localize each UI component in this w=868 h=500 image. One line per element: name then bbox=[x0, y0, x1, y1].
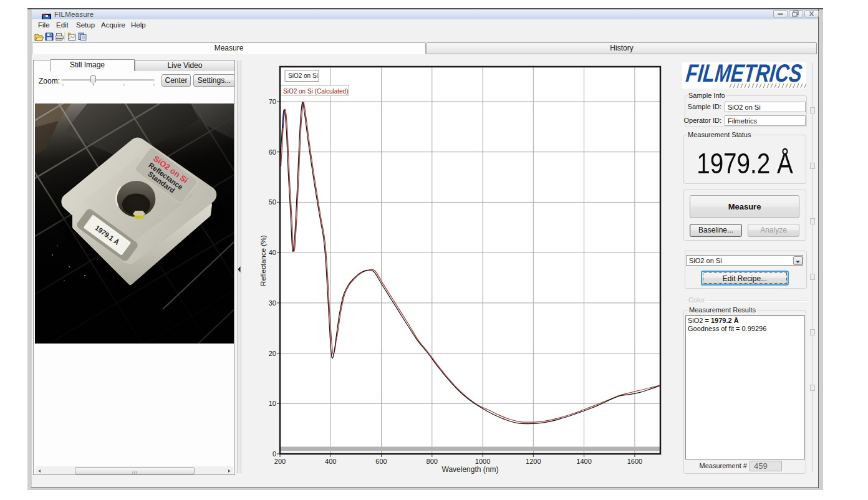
svg-text:1600: 1600 bbox=[627, 458, 642, 465]
svg-text:10: 10 bbox=[269, 400, 276, 407]
svg-text:70: 70 bbox=[269, 98, 276, 105]
svg-text:1400: 1400 bbox=[576, 458, 591, 465]
svg-text:1000: 1000 bbox=[475, 458, 490, 465]
svg-text:1200: 1200 bbox=[526, 458, 541, 465]
svg-text:30: 30 bbox=[269, 299, 276, 307]
svg-text:Reflectance (%): Reflectance (%) bbox=[259, 235, 267, 286]
svg-text:20: 20 bbox=[269, 350, 276, 357]
svg-text:400: 400 bbox=[325, 458, 336, 465]
svg-text:SiO2 on Si (Calculated): SiO2 on Si (Calculated) bbox=[283, 88, 349, 95]
svg-text:0: 0 bbox=[272, 450, 276, 458]
svg-text:SiO2 on Si: SiO2 on Si bbox=[288, 72, 318, 79]
svg-text:FILMETRICS: FILMETRICS bbox=[685, 62, 804, 87]
svg-text:600: 600 bbox=[375, 458, 387, 465]
svg-text:Wavelength (nm): Wavelength (nm) bbox=[442, 465, 499, 474]
svg-text:40: 40 bbox=[269, 249, 276, 256]
svg-text:200: 200 bbox=[274, 458, 286, 465]
svg-text:50: 50 bbox=[269, 198, 276, 206]
svg-text:60: 60 bbox=[269, 148, 276, 156]
svg-text:800: 800 bbox=[427, 458, 438, 465]
